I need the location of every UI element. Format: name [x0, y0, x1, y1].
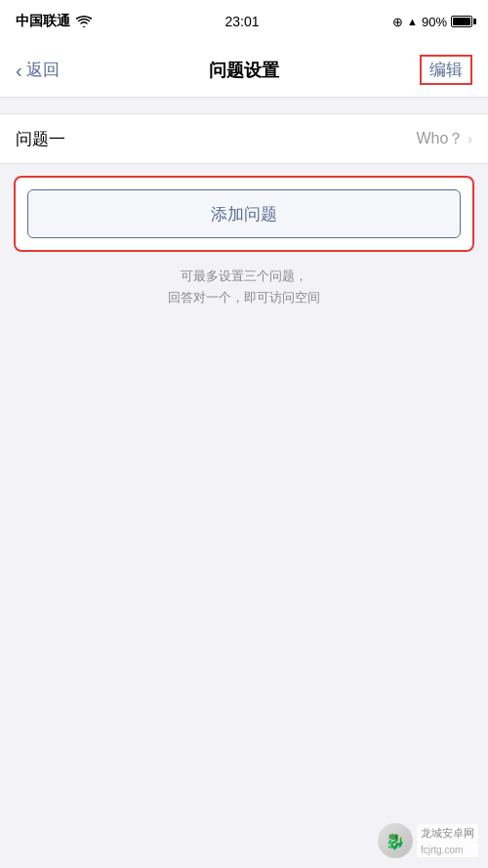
add-question-button[interactable]: 添加问题 [27, 189, 461, 238]
status-time: 23:01 [225, 14, 260, 29]
question-one-value-text: Who？ [416, 129, 464, 149]
question-one-value: Who？ › [416, 129, 472, 149]
watermark-url: fcjrtg.com [417, 843, 478, 857]
watermark-text: 龙城安卓网 fcjrtg.com [417, 824, 478, 857]
battery-icon [451, 16, 472, 27]
hint-line2: 回答对一个，即可访问空间 [168, 290, 320, 305]
chevron-right-icon: › [468, 131, 472, 146]
status-carrier: 中国联通 [16, 13, 92, 30]
back-chevron-icon: ‹ [16, 61, 22, 80]
battery-percent: 90% [422, 15, 447, 29]
status-indicators: ⊕ ▲ 90% [392, 15, 472, 29]
page-title: 问题设置 [209, 59, 279, 82]
watermark-site: 龙城安卓网 [417, 824, 478, 843]
hint-line1: 可最多设置三个问题， [181, 269, 307, 283]
add-question-container: 添加问题 [14, 176, 474, 252]
hint-text: 可最多设置三个问题， 回答对一个，即可访问空间 [0, 266, 488, 309]
edit-button[interactable]: 编辑 [420, 55, 472, 85]
gps-icon: ⊕ [392, 15, 403, 29]
question-one-label: 问题一 [16, 128, 65, 150]
signal-icon: ▲ [407, 16, 418, 27]
back-label: 返回 [26, 59, 60, 81]
battery-fill [453, 18, 470, 25]
main-content: 问题一 Who？ › 添加问题 可最多设置三个问题， 回答对一个，即可访问空间 [0, 113, 488, 699]
back-button[interactable]: ‹ 返回 [16, 59, 60, 81]
wifi-icon [76, 16, 92, 27]
nav-bar: ‹ 返回 问题设置 编辑 [0, 43, 488, 98]
carrier-text: 中国联通 [16, 13, 70, 30]
watermark: 🐉 龙城安卓网 fcjrtg.com [378, 823, 478, 858]
add-question-label: 添加问题 [211, 203, 277, 226]
watermark-logo: 🐉 [386, 832, 405, 850]
status-bar: 中国联通 23:01 ⊕ ▲ 90% [0, 0, 488, 43]
watermark-badge: 🐉 [378, 823, 413, 858]
question-one-row[interactable]: 问题一 Who？ › [0, 113, 488, 164]
